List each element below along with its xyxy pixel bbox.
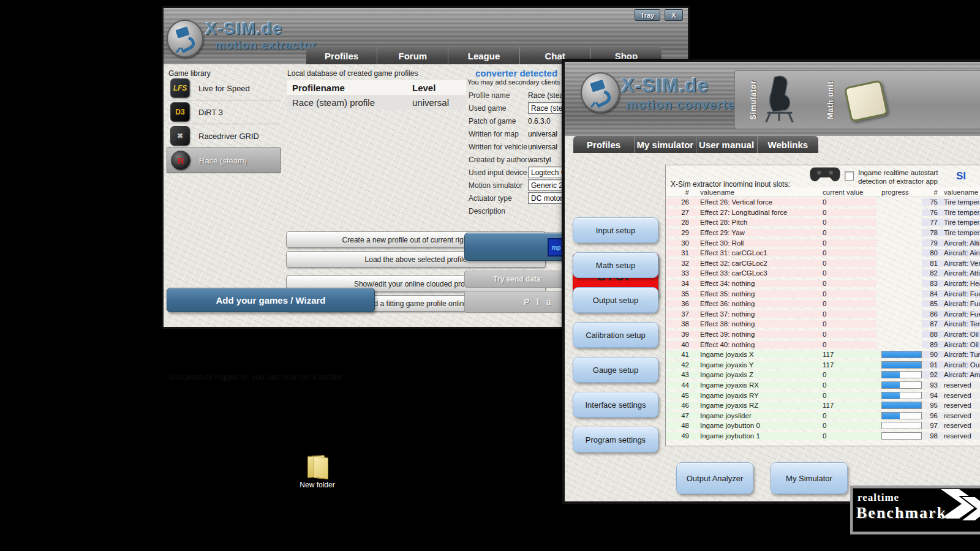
game-item-racedriver-grid[interactable]: ✖Racedriver GRID bbox=[167, 124, 281, 148]
slot-progress bbox=[876, 361, 922, 369]
slot-number: 43 bbox=[666, 371, 693, 378]
slot-name-2: Tire temperatu bbox=[938, 219, 980, 226]
math-setup-button[interactable]: Math setup bbox=[573, 252, 658, 278]
slot-number-2: 91 bbox=[922, 361, 938, 369]
slot-name: Effect 36: nothing bbox=[693, 300, 815, 307]
live-for-speed-icon: LFS bbox=[170, 78, 190, 98]
tray-button[interactable]: Tray bbox=[635, 9, 660, 21]
slot-value: 0 bbox=[815, 371, 876, 378]
slot-table-header: #valuenamecurrent valueprogress#valuenam… bbox=[666, 187, 980, 197]
slot-name: Ingame joyaxis Y bbox=[693, 361, 815, 369]
progress-bar-fill bbox=[882, 402, 921, 408]
interface-settings-button[interactable]: Interface settings bbox=[573, 392, 658, 418]
tab-weblinks[interactable]: Weblinks bbox=[757, 136, 818, 153]
slot-number: 30 bbox=[666, 239, 693, 247]
game-item-dirt-3[interactable]: D3DiRT 3 bbox=[167, 100, 281, 124]
new-folder-icon[interactable]: New folder bbox=[293, 454, 342, 489]
game-item-label: DiRT 3 bbox=[198, 108, 223, 117]
progress-bar bbox=[881, 412, 922, 419]
slot-name-2: Aircraft: Altime bbox=[938, 239, 980, 247]
slot-name-2: Aircraft: Outsic bbox=[938, 361, 980, 369]
slot-name: Ingame joybutton 1 bbox=[693, 432, 815, 440]
slot-name-2: Tire temperatu bbox=[938, 209, 980, 216]
output-setup-button[interactable]: Output setup bbox=[573, 287, 658, 313]
field-label: Used input device bbox=[469, 168, 528, 177]
slot-number-2: 93 bbox=[922, 381, 938, 389]
tab-forum[interactable]: Forum bbox=[377, 47, 448, 64]
field-motion-simulator: Motion simulatorGeneric 2D bbox=[469, 179, 565, 192]
close-button[interactable]: X bbox=[665, 9, 683, 21]
slot-number-2: 85 bbox=[922, 300, 938, 307]
tab-profiles[interactable]: Profiles bbox=[573, 136, 634, 153]
add-games-wizard-button[interactable]: Add your games / Wizard bbox=[167, 288, 375, 312]
tab-league[interactable]: League bbox=[448, 47, 519, 64]
slot-number: 35 bbox=[666, 290, 693, 298]
input-setup-button[interactable]: Input setup bbox=[573, 217, 658, 243]
slot-name: Ingame joybutton 0 bbox=[693, 422, 815, 429]
slot-row: 37Effect 37: nothing086Aircraft: Fuel i bbox=[666, 309, 980, 320]
slot-row: 30Effect 30: Roll079Aircraft: Altime bbox=[666, 238, 980, 248]
col-header: valuename bbox=[693, 189, 815, 196]
program-settings-button[interactable]: Program settings bbox=[573, 427, 658, 452]
field-actuator-type: Actuator typeDC motor bbox=[469, 192, 565, 204]
send-data-button[interactable]: mp bbox=[464, 233, 570, 261]
try-send-data-button[interactable]: Try send data bbox=[464, 271, 570, 288]
slot-name-2: reserved bbox=[938, 432, 980, 440]
tab-user-manual[interactable]: User manual bbox=[696, 136, 757, 153]
slot-name-2: Aircraft: Oil ten bbox=[938, 331, 980, 338]
slot-row: 31Effect 31: carCGLoc1080Aircraft: Airsp… bbox=[666, 248, 980, 258]
xsim-logo-icon bbox=[581, 72, 620, 113]
slot-name-2: reserved bbox=[938, 381, 980, 389]
slot-number-2: 80 bbox=[922, 249, 938, 257]
slot-number-2: 88 bbox=[922, 331, 938, 338]
slot-name: Effect 34: nothing bbox=[693, 280, 815, 287]
slot-name-2: Aircraft: Oil pre bbox=[938, 341, 980, 348]
my-simulator-button[interactable]: My Simulator bbox=[771, 462, 848, 494]
slot-row: 35Effect 35: nothing084Aircraft: Fuelflo bbox=[666, 288, 980, 299]
gauge-setup-button[interactable]: Gauge setup bbox=[573, 357, 658, 383]
field-patch-of-game: Patch of game0.6.3.0 bbox=[469, 114, 565, 127]
simulator-label: Simulator bbox=[749, 80, 758, 119]
slot-value: 0 bbox=[815, 331, 876, 338]
slot-value: 0 bbox=[815, 249, 876, 257]
slot-progress bbox=[876, 351, 922, 358]
slot-table: #valuenamecurrent valueprogress#valuenam… bbox=[666, 187, 980, 441]
game-item-race-steam[interactable]: RRace (steam) bbox=[167, 148, 281, 173]
slot-number: 44 bbox=[666, 381, 693, 389]
tab-my-simulator[interactable]: My simulator bbox=[634, 136, 695, 153]
profile-row[interactable]: Race (steam) profile universal bbox=[287, 95, 466, 110]
slot-name: Effect 35: nothing bbox=[693, 290, 815, 298]
slot-name: Effect 39: nothing bbox=[693, 331, 815, 338]
slot-name: Effect 38: nothing bbox=[693, 320, 815, 328]
output-analyzer-button[interactable]: Output Analyzer bbox=[676, 462, 753, 494]
slot-number: 40 bbox=[666, 341, 693, 348]
slot-number: 37 bbox=[666, 310, 693, 318]
slot-row: 45Ingame joyaxis RY094reserved bbox=[666, 390, 980, 400]
slot-name-2: Tire temperatu bbox=[938, 198, 980, 206]
tab-profiles[interactable]: Profiles bbox=[306, 47, 377, 64]
converter-subtitle: motion converter bbox=[626, 97, 741, 112]
play-button[interactable]: P l a bbox=[464, 291, 568, 313]
slot-number: 48 bbox=[666, 422, 693, 429]
slot-name: Effect 40: nothing bbox=[693, 341, 815, 348]
game-item-live-for-speed[interactable]: LFSLive for Speed bbox=[167, 77, 281, 100]
field-label: Written for map bbox=[469, 130, 528, 138]
extractor-subtitle: motion extractor bbox=[215, 39, 317, 52]
slot-number-2: 78 bbox=[922, 229, 938, 236]
progress-bar bbox=[881, 381, 922, 389]
slot-number: 29 bbox=[666, 229, 693, 236]
slot-name: Ingame joyslider bbox=[693, 412, 815, 419]
slot-number: 45 bbox=[666, 392, 693, 399]
autostart-checkbox[interactable] bbox=[845, 171, 854, 181]
slot-number-2: 77 bbox=[922, 219, 938, 226]
slot-row: 33Effect 33: carCGLoc3082Aircraft: Attid… bbox=[666, 268, 980, 279]
slot-value: 0 bbox=[815, 412, 876, 419]
field-label: Created by author bbox=[469, 156, 528, 164]
slot-value: 0 bbox=[815, 290, 876, 298]
slot-value: 0 bbox=[815, 432, 876, 440]
slot-name-2: Aircraft: Fuel i bbox=[938, 300, 980, 307]
slot-row: 46Ingame joyaxis RZ11795reserved bbox=[666, 400, 980, 411]
slot-row: 42Ingame joyaxis Y11791Aircraft: Outsic bbox=[666, 360, 980, 370]
calibration-setup-button[interactable]: Calibration setup bbox=[573, 322, 658, 348]
slot-progress bbox=[876, 392, 922, 399]
